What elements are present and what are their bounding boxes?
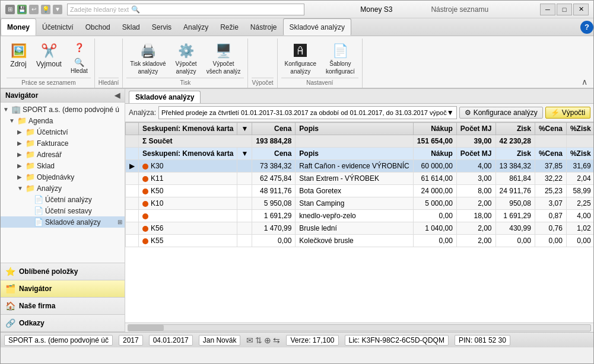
cell-gh-zisk: Zisk xyxy=(495,148,535,160)
col-pcena[interactable]: %Cena xyxy=(535,123,566,135)
help-small-button[interactable]: ❓ xyxy=(68,41,91,55)
zdroj-button[interactable]: 🖼️ Zdroj xyxy=(7,41,30,71)
vyjmout-button[interactable]: ✂️ Vyjmout xyxy=(33,41,65,71)
envelope-icon[interactable]: ✉ xyxy=(246,336,253,345)
tree-item-analyzy[interactable]: ▼ 📁 Analýzy xyxy=(1,183,125,194)
menu-servis[interactable]: Servis xyxy=(146,18,177,36)
ribbon-group-tisk: 🖨️ Tisk skladovéanalýzy ⚙️ Výpočetanalýz… xyxy=(123,39,248,88)
analysis-dropdown[interactable]: Přehled prodeje za čtvrtletí 01.01.2017-… xyxy=(158,106,457,119)
menu-analyzy[interactable]: Analýzy xyxy=(177,18,214,36)
filter-icon[interactable]: ▼ xyxy=(53,5,62,14)
cell-gh-dropdown[interactable]: ▼ xyxy=(237,148,252,160)
sablony-button[interactable]: 📄 Šablonykonfigurací xyxy=(322,41,358,78)
col-pzisk[interactable]: %Zisk xyxy=(566,123,593,135)
sidebar-section-odkazy[interactable]: 🔗 Odkazy xyxy=(1,315,125,332)
col-cena[interactable]: Cena xyxy=(252,123,296,135)
col-dropdown[interactable]: ▼ xyxy=(237,123,252,135)
table-row-group-header[interactable]: Seskupení: Kmenová karta ▼ Cena Popis Ná… xyxy=(126,148,594,160)
tree-item-ucetni-analyzy[interactable]: 📄 Účetní analýzy xyxy=(1,194,125,205)
maximize-button[interactable]: □ xyxy=(557,4,572,15)
tree-toggle: ▼ xyxy=(3,106,11,113)
minimize-button[interactable]: ─ xyxy=(540,4,555,15)
konfigurace-label: Konfiguraceanalýzy xyxy=(285,60,316,75)
col-kmenova-karta[interactable]: Seskupení: Kmenová karta xyxy=(139,123,237,135)
menu-skladove-analyzy[interactable]: Skladové analýzy xyxy=(283,18,351,36)
tree-label-ucetni-analyzy: Účetní analýzy xyxy=(45,196,92,204)
status-date: 04.01.2017 xyxy=(149,335,193,346)
tree-item-fakturace[interactable]: ▶ 📁 Fakturace xyxy=(1,138,125,149)
group-label-hledani: Hledání xyxy=(99,78,119,88)
content-area: Skladové analýzy Analýza: Přehled prodej… xyxy=(125,89,593,332)
tree-toggle: ▶ xyxy=(17,151,26,158)
menu-sklad[interactable]: Sklad xyxy=(116,18,146,36)
konfigurace-button[interactable]: 🅰 Konfiguraceanalýzy xyxy=(281,41,320,78)
tisk-analyzy-button[interactable]: 🖨️ Tisk skladovéanalýzy xyxy=(126,41,169,78)
arrows2-icon[interactable]: ⇆ xyxy=(273,336,280,345)
cell-k50-zisk: 24 911,76 xyxy=(495,185,535,197)
vypocet-vsech-button[interactable]: 🖥️ Výpočetvšech analýz xyxy=(203,41,244,78)
help-button[interactable]: ? xyxy=(580,21,593,34)
col-pocet-mj[interactable]: Počet MJ xyxy=(456,123,495,135)
tree-item-sport[interactable]: ▼ 🏢 SPORT a.s. (demo podvojné ú xyxy=(1,104,125,115)
cell-k11-nakup: 61 614,00 xyxy=(413,173,456,185)
menu-nastroje[interactable]: Nástroje xyxy=(244,18,283,36)
table-row-k55[interactable]: K55 0,00 Kolečkové brusle 0,00 2,00 0,00… xyxy=(126,235,594,247)
sablony-label: Šablonykonfigurací xyxy=(326,60,355,75)
cell-cena-sum: 193 884,28 xyxy=(252,135,296,148)
configure-analysis-button[interactable]: ⚙ Konfigurace analýzy xyxy=(459,107,543,119)
calculate-button[interactable]: ⚡ Výpočti xyxy=(545,107,590,119)
cell-k56-pocet: 2,00 xyxy=(456,222,495,235)
cell-k50-indicator xyxy=(126,185,139,197)
ribbon-collapse-button[interactable]: ∧ xyxy=(578,76,591,88)
cell-knedlo-indicator xyxy=(126,210,139,222)
tree-item-ucetnictvi[interactable]: ▶ 📁 Účetnictví xyxy=(1,126,125,138)
tree-item-skladove-analyzy[interactable]: 📄 Skladové analýzy ⊞ xyxy=(1,216,125,228)
status-year: 2017 xyxy=(119,335,143,346)
scroll-track[interactable] xyxy=(128,324,591,331)
table-row-k56[interactable]: K56 1 470,99 Brusle lední 1 040,00 2,00 … xyxy=(126,222,594,235)
vypocet-analyzy-button[interactable]: ⚙️ Výpočetanalýzy xyxy=(172,41,201,78)
col-zisk[interactable]: Zisk xyxy=(495,123,535,135)
table-row-k50[interactable]: K50 48 911,76 Bota Goretex 24 000,00 8,0… xyxy=(126,185,594,197)
cell-indicator xyxy=(126,135,139,148)
group-label-nastaveni: Nastavení xyxy=(281,78,358,88)
save-icon[interactable]: 💾 xyxy=(17,5,27,14)
tree-item-sklad[interactable]: ▶ 📁 Sklad xyxy=(1,160,125,171)
table-row-sum[interactable]: Σ Součet 193 884,28 151 654,00 39,00 42 … xyxy=(126,135,594,148)
tree-toggle xyxy=(26,196,34,203)
close-button[interactable]: ✕ xyxy=(573,4,589,15)
table-row-k11[interactable]: K11 62 475,84 Stan Extrem - VÝROBEK 61 6… xyxy=(126,173,594,185)
cell-pcena-sum xyxy=(535,135,566,148)
sidebar-collapse-button[interactable]: ◀ xyxy=(115,91,120,100)
sidebar-section-nase-firma[interactable]: 🏠 Naše firma xyxy=(1,298,125,315)
arrows-icon[interactable]: ⇅ xyxy=(255,336,262,345)
table-row-knedlo[interactable]: 1 691,29 knedlo-vepřo-zelo 0,00 18,00 1 … xyxy=(126,210,594,222)
table-row-k30[interactable]: ▶ K30 73 384,32 Raft Cañon - evidence VÝ… xyxy=(126,160,594,173)
hledat-button[interactable]: 🔍 Hledat xyxy=(68,56,91,76)
tree-item-agenda[interactable]: ▼ 📁 Agenda xyxy=(1,115,125,126)
tree-item-ucetni-sestavy[interactable]: 📄 Účetní sestavy xyxy=(1,205,125,216)
table-row-k10[interactable]: K10 5 950,08 Stan Camping 5 000,00 2,00 … xyxy=(126,197,594,210)
scroll-thumb[interactable] xyxy=(128,325,164,331)
window-controls[interactable]: ─ □ ✕ xyxy=(540,4,589,15)
tab-skladove-analyzy[interactable]: Skladové analýzy xyxy=(129,91,201,103)
lightbulb-icon[interactable]: 💡 xyxy=(41,5,50,14)
help-small-icon: ❓ xyxy=(74,43,84,52)
menu-money[interactable]: Money xyxy=(1,18,36,36)
horizontal-scrollbar[interactable] xyxy=(125,323,593,332)
search-box[interactable]: Zadejte hledaný text 🔍 xyxy=(67,4,304,15)
tree-item-objednavky[interactable]: ▶ 📁 Objednávky xyxy=(1,171,125,183)
down-icon[interactable]: ⊕ xyxy=(264,336,271,345)
cell-k10-pocet: 2,00 xyxy=(456,197,495,210)
col-popis[interactable]: Popis xyxy=(296,123,413,135)
cell-k30-nakup: 60 000,00 xyxy=(413,160,456,173)
ribbon-group-vypocet: Výpočet xyxy=(248,39,277,88)
menu-obchod[interactable]: Obchod xyxy=(80,18,116,36)
back-icon[interactable]: ↩ xyxy=(29,5,39,14)
tree-item-adresar[interactable]: ▶ 📁 Adresář xyxy=(1,149,125,160)
menu-ucetnictvi[interactable]: Účetnictví xyxy=(36,18,80,36)
sidebar-section-navigator[interactable]: 🗂️ Navigátor xyxy=(1,280,125,298)
col-nakup[interactable]: Nákup xyxy=(413,123,456,135)
menu-rezie[interactable]: Režie xyxy=(214,18,244,36)
sidebar-section-oblibene[interactable]: ⭐ Oblíbené položky xyxy=(1,263,125,280)
